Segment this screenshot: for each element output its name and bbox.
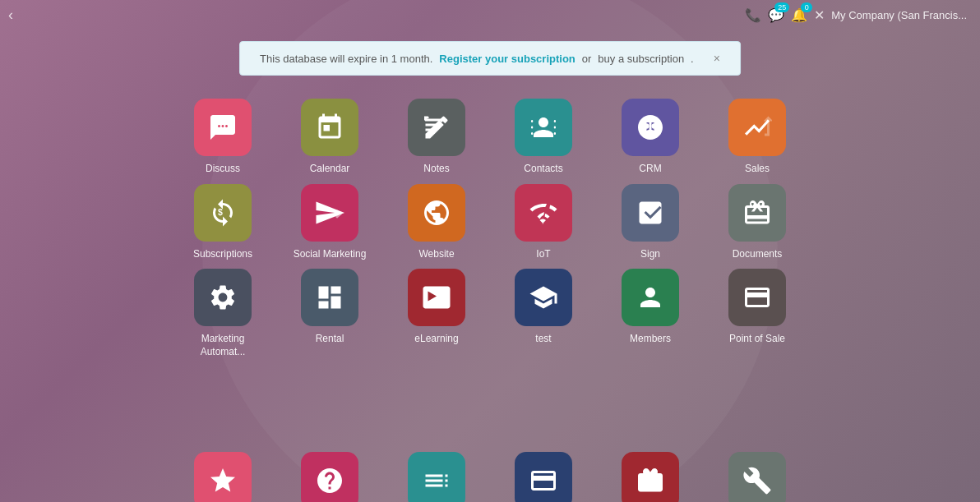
notes-icon <box>408 99 465 156</box>
register-link[interactable]: Register your subscription <box>439 53 575 65</box>
app-elearning[interactable]: eLearning <box>391 269 482 358</box>
notification-badge-icon[interactable]: 🔔 0 <box>791 7 807 23</box>
card-icon <box>515 452 572 502</box>
contacts-icon <box>515 99 572 156</box>
svg-rect-4 <box>554 127 556 129</box>
members-icon <box>622 269 679 326</box>
svg-text:$: $ <box>218 207 223 217</box>
app-social-marketing[interactable]: Social Marketing <box>284 184 375 261</box>
app-subscriptions[interactable]: $ Subscriptions <box>178 184 268 261</box>
documents-icon <box>728 184 786 242</box>
back-nav[interactable]: ‹ <box>8 7 13 24</box>
app-discuss[interactable]: Discuss <box>178 99 268 176</box>
app-test[interactable]: test <box>498 269 589 358</box>
rental-icon <box>301 269 358 326</box>
contacts-label: Contacts <box>524 163 562 176</box>
members-label: Members <box>630 333 671 346</box>
app-grid-bottom <box>178 452 802 502</box>
helpdesk-icon <box>301 452 358 502</box>
notes-label: Notes <box>423 163 449 176</box>
app-sales[interactable]: Sales <box>712 99 802 176</box>
svg-point-7 <box>652 124 657 129</box>
website-icon <box>408 184 465 242</box>
svg-rect-1 <box>531 127 533 129</box>
pos-label: Point of Sale <box>729 333 785 346</box>
subscriptions-icon: $ <box>194 184 252 242</box>
marketing-automation-label: Marketing Automat... <box>178 333 268 358</box>
social-marketing-label: Social Marketing <box>294 248 367 261</box>
sales-icon <box>728 99 786 156</box>
company-name: My Company (San Francis... <box>831 9 967 21</box>
svg-point-6 <box>645 124 649 129</box>
sign-icon <box>622 184 679 242</box>
elearning-label: eLearning <box>414 333 458 346</box>
banner-text2: or <box>582 53 592 65</box>
app-documents[interactable]: Documents <box>712 184 802 261</box>
app-inventory[interactable] <box>605 452 696 502</box>
subscriptions-label: Subscriptions <box>193 248 252 261</box>
app-helpdesk[interactable] <box>284 452 375 502</box>
maintenance-icon <box>728 452 786 502</box>
app-point-of-sale[interactable]: Point of Sale <box>712 269 802 358</box>
app-notes[interactable]: Notes <box>391 99 482 176</box>
social-marketing-icon <box>301 184 358 242</box>
expiry-banner: This database will expire in 1 month. Re… <box>239 41 741 76</box>
marketing-automation-icon <box>194 269 252 326</box>
elearning-icon <box>408 269 465 326</box>
banner-text3: . <box>691 53 694 65</box>
website-label: Website <box>418 248 454 261</box>
svg-rect-3 <box>554 120 556 122</box>
phone-icon[interactable]: 📞 <box>745 7 761 23</box>
pos-icon <box>728 269 786 326</box>
sign-label: Sign <box>640 248 660 261</box>
calendar-label: Calendar <box>310 163 350 176</box>
app-members[interactable]: Members <box>605 269 696 358</box>
message-count: 25 <box>774 2 789 12</box>
banner-text1: This database will expire in 1 month. <box>260 53 432 65</box>
inventory-icon <box>622 452 679 502</box>
app-contacts[interactable]: Contacts <box>498 99 589 176</box>
test-icon <box>515 269 572 326</box>
iot-icon <box>515 184 572 242</box>
svg-rect-5 <box>554 132 556 135</box>
app-maintenance[interactable] <box>712 452 802 502</box>
app-website[interactable]: Website <box>391 184 482 261</box>
app-sign[interactable]: Sign <box>605 184 696 261</box>
list2-icon <box>408 452 465 502</box>
crm-icon <box>622 99 679 156</box>
app-crm[interactable]: CRM <box>605 99 696 176</box>
star-app-icon <box>194 452 252 502</box>
buy-link[interactable]: buy a subscription <box>598 53 684 65</box>
app-marketing-automation[interactable]: Marketing Automat... <box>178 269 268 358</box>
app-card[interactable] <box>498 452 589 502</box>
test-label: test <box>535 333 551 346</box>
message-badge-icon[interactable]: 💬 25 <box>768 7 784 23</box>
app-star[interactable] <box>178 452 268 502</box>
notification-count: 0 <box>801 2 812 12</box>
crm-label: CRM <box>639 163 661 176</box>
discuss-icon <box>194 99 252 156</box>
svg-rect-0 <box>531 120 533 122</box>
top-bar-icons: 📞 💬 25 🔔 0 ✕ My Company (San Francis... <box>745 7 967 23</box>
svg-rect-2 <box>531 132 533 135</box>
iot-label: IoT <box>536 248 550 261</box>
documents-label: Documents <box>733 248 783 261</box>
discuss-label: Discuss <box>206 163 240 176</box>
app-list2[interactable] <box>391 452 482 502</box>
banner-close-button[interactable]: × <box>714 52 720 65</box>
app-calendar[interactable]: Calendar <box>284 99 375 176</box>
rental-label: Rental <box>316 333 344 346</box>
calendar-icon <box>301 99 358 156</box>
top-bar: ‹ 📞 💬 25 🔔 0 ✕ My Company (San Francis..… <box>0 0 980 30</box>
back-arrow-icon[interactable]: ‹ <box>8 7 13 23</box>
close-icon[interactable]: ✕ <box>814 7 825 23</box>
app-grid: Discuss Calendar Notes Contacts CRM Sale… <box>178 99 802 358</box>
app-iot[interactable]: IoT <box>498 184 589 261</box>
app-rental[interactable]: Rental <box>284 269 375 358</box>
sales-label: Sales <box>745 163 770 176</box>
